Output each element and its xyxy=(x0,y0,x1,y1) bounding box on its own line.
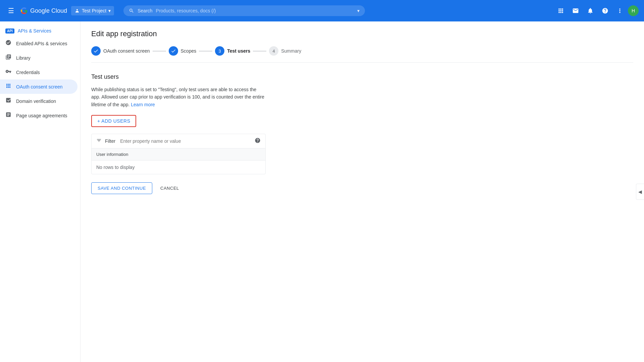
step-1: OAuth consent screen xyxy=(91,46,150,56)
filter-icon xyxy=(96,138,102,144)
collapse-panel-button[interactable]: ◀ xyxy=(636,184,644,200)
section-description: While publishing status is set to "Testi… xyxy=(91,86,266,108)
filter-label: Filter xyxy=(105,138,115,144)
step-divider-1 xyxy=(153,51,166,51)
library-icon xyxy=(5,54,11,62)
help-icon[interactable] xyxy=(598,4,612,17)
stepper: OAuth consent screen Scopes 3 Test users… xyxy=(91,46,633,63)
menu-icon[interactable]: ☰ xyxy=(5,4,17,17)
app-body: API APIs & Services Enabled APIs & servi… xyxy=(0,21,644,362)
project-icon xyxy=(74,8,80,13)
search-bar[interactable]: Search Products, resources, docs (/) ▾ xyxy=(123,5,365,16)
project-chevron-icon: ▾ xyxy=(108,8,111,13)
sidebar-label-enabled-apis: Enabled APIs & services xyxy=(16,41,67,46)
step-divider-3 xyxy=(253,51,266,51)
section-title: Test users xyxy=(91,73,633,80)
sidebar-label-library: Library xyxy=(16,55,31,61)
notifications-icon[interactable] xyxy=(584,4,597,17)
top-navigation: ☰ Google Cloud Test Project ▾ Search Pro… xyxy=(0,0,644,21)
logo-area: Google Cloud xyxy=(21,7,67,14)
sidebar-item-enabled-apis[interactable]: Enabled APIs & services xyxy=(0,36,77,51)
step-2-label: Scopes xyxy=(181,48,197,54)
cancel-button[interactable]: CANCEL xyxy=(158,183,182,194)
sidebar-label-domain: Domain verification xyxy=(16,99,56,104)
sidebar: API APIs & Services Enabled APIs & servi… xyxy=(0,21,80,362)
sidebar-item-oauth[interactable]: OAuth consent screen xyxy=(0,79,77,94)
search-chevron-icon: ▾ xyxy=(357,8,360,13)
step-4-circle: 4 xyxy=(269,46,278,56)
google-cloud-logo-icon xyxy=(21,7,28,14)
mail-icon[interactable] xyxy=(569,4,582,17)
search-icon xyxy=(129,8,134,13)
sidebar-item-credentials[interactable]: Credentials xyxy=(0,65,77,79)
filter-table: Filter User information No rows to displ… xyxy=(91,134,266,174)
project-name: Test Project xyxy=(82,8,106,13)
step-1-label: OAuth consent screen xyxy=(103,48,150,54)
page-usage-icon xyxy=(5,112,11,119)
step-2: Scopes xyxy=(169,46,197,56)
avatar[interactable]: H xyxy=(628,5,639,16)
filter-input[interactable] xyxy=(120,138,251,144)
more-options-icon[interactable] xyxy=(613,4,627,17)
project-selector[interactable]: Test Project ▾ xyxy=(71,6,114,15)
step-3-label: Test users xyxy=(227,48,250,54)
nav-icons: H xyxy=(554,4,639,17)
sidebar-label-credentials: Credentials xyxy=(16,70,40,75)
step-2-circle xyxy=(169,46,178,56)
step-3-circle: 3 xyxy=(215,46,224,56)
table-empty-message: No rows to display xyxy=(92,161,265,174)
sidebar-header: API APIs & Services xyxy=(0,24,80,36)
step-divider-2 xyxy=(199,51,212,51)
apps-icon[interactable] xyxy=(554,4,568,17)
google-cloud-text: Google Cloud xyxy=(30,7,67,14)
save-and-continue-button[interactable]: SAVE AND CONTINUE xyxy=(91,182,152,194)
api-badge: API xyxy=(5,28,14,34)
step-4-label: Summary xyxy=(281,48,301,54)
sidebar-label-page-usage: Page usage agreements xyxy=(16,113,67,118)
sidebar-item-domain[interactable]: Domain verification xyxy=(0,94,77,108)
table-header: User information xyxy=(92,148,265,161)
step-3: 3 Test users xyxy=(215,46,250,56)
page-title: Edit app registration xyxy=(91,29,633,38)
step-4: 4 Summary xyxy=(269,46,301,56)
sidebar-title: APIs & Services xyxy=(18,28,51,34)
action-buttons: SAVE AND CONTINUE CANCEL xyxy=(91,182,633,194)
search-placeholder: Products, resources, docs (/) xyxy=(156,8,216,13)
sidebar-label-oauth: OAuth consent screen xyxy=(16,84,63,89)
sidebar-item-library[interactable]: Library xyxy=(0,51,77,65)
collapse-icon: ◀ xyxy=(638,189,642,194)
credentials-icon xyxy=(5,68,11,76)
filter-row: Filter xyxy=(92,134,265,148)
sidebar-item-page-usage[interactable]: Page usage agreements xyxy=(0,108,77,123)
main-content: Edit app registration OAuth consent scre… xyxy=(80,21,644,362)
add-users-button[interactable]: + ADD USERS xyxy=(91,115,136,127)
step-1-circle xyxy=(91,46,101,56)
filter-help-icon[interactable] xyxy=(255,137,261,145)
learn-more-link[interactable]: Learn more xyxy=(131,102,155,107)
svg-point-0 xyxy=(76,9,78,10)
oauth-icon xyxy=(5,83,11,90)
domain-icon xyxy=(5,97,11,105)
search-label: Search xyxy=(138,8,152,13)
enabled-apis-icon xyxy=(5,40,11,47)
